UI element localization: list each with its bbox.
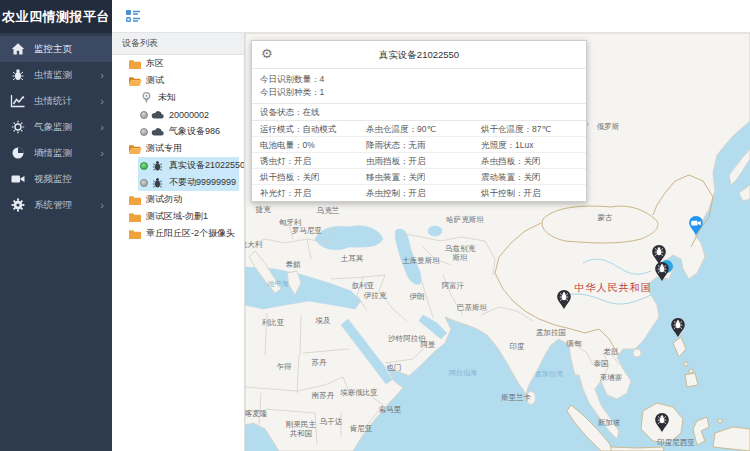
tree-device-item[interactable]: 真实设备21022550 [138,157,239,174]
tree-toggle-icon[interactable] [125,8,141,24]
sidebar-item-gear[interactable]: 系统管理› [0,192,112,218]
popup-grid-row: 诱虫灯：开启虫雨挡板：开启杀虫挡板：关闭 [252,153,586,169]
status-dot-offline [140,128,148,136]
folder-icon [128,193,143,207]
status-dot-online [140,162,148,170]
device-bug-icon [151,159,166,173]
folder-open-icon [128,142,143,156]
main-area: 设备列表 东区测试未知20000002气象设备986测试专用真实设备210225… [112,0,750,451]
popup-field: 烘干控制：开启 [481,185,586,201]
tree-folder-item[interactable]: 测试 [112,72,244,89]
tree-label: 东区 [146,57,164,70]
folder-icon [128,57,143,71]
sidebar-item-home[interactable]: 监控主页 [0,36,112,62]
tree-label: 真实设备21022550 [169,159,245,172]
sun-icon [10,119,26,135]
chevron-right-icon: › [100,96,104,107]
sidebar-item-video[interactable]: 视频监控 [0,166,112,192]
map-view[interactable]: 俄罗斯蒙古中华人民共和国哈萨克斯坦乌克兰捷克匈牙利罗马尼亚意大利希腊土耳其地中海… [245,33,750,451]
popup-field: 杀虫仓温度：90℃ [366,121,481,137]
tree-label: 气象设备986 [169,125,220,138]
tree-label: 测试勿动 [146,193,182,206]
sidebar-item-sun[interactable]: 气象监测› [0,114,112,140]
sidebar-item-label: 系统管理 [34,199,100,212]
device-marker-insect[interactable] [654,412,670,433]
popup-field: 降雨状态：无雨 [366,137,481,153]
popup-grid-row: 补光灯：开启杀虫控制：开启烘干控制：开启 [252,185,586,201]
tree-device-item[interactable]: 气象设备986 [138,123,239,140]
tree-folder-item[interactable]: 测试专用 [112,140,244,157]
popup-title: 真实设备21022550 [252,41,586,69]
popup-field: 虫雨挡板：开启 [366,153,481,169]
tree-device-item[interactable]: 未知 [138,89,239,106]
tree-device-item[interactable]: 20000002 [138,106,239,123]
tree-label: 20000002 [169,110,209,120]
content: 设备列表 东区测试未知20000002气象设备986测试专用真实设备210225… [112,33,750,451]
app-title: 农业四情测报平台 [0,0,112,33]
sidebar-item-chart[interactable]: 虫情统计› [0,88,112,114]
device-location-icon [140,91,155,105]
tree-folder-item[interactable]: 东区 [112,55,244,72]
home-icon [10,41,26,57]
popup-field: 杀虫挡板：关闭 [481,153,586,169]
popup-field: 移虫装置：关闭 [366,169,481,185]
device-marker-camera[interactable] [688,215,704,236]
popup-grid: 运行模式：自动模式杀虫仓温度：90℃烘干仓温度：87℃电池电量：0%降雨状态：无… [252,121,586,201]
device-marker-insect[interactable] [556,289,572,310]
device-marker-insect[interactable] [654,261,670,282]
popup-stat: 今日识别种类：1 [260,86,586,99]
sidebar-item-label: 视频监控 [34,173,104,186]
device-weather-icon [151,108,166,122]
popup-field: 电池电量：0% [260,137,366,153]
sidebar-item-globe[interactable]: 墒情监测› [0,140,112,166]
popup-grid-row: 电池电量：0%降雨状态：无雨光照度：1Lux [252,137,586,153]
popup-header: ⚙ 真实设备21022550 [252,41,586,69]
device-list-panel: 设备列表 东区测试未知20000002气象设备986测试专用真实设备210225… [112,33,245,451]
gear-icon [10,197,26,213]
folder-icon [128,227,143,241]
device-list-header: 设备列表 [112,33,244,55]
device-info-popup: ⚙ 真实设备21022550 今日识别数量：4今日识别种类：1 设备状态：在线 … [251,40,587,202]
popup-field: 光照度：1Lux [481,137,586,153]
sidebar-item-label: 虫情监测 [34,69,100,82]
tree-folder-item[interactable]: 章丘阳丘区-2个摄像头 [112,225,244,242]
folder-icon [128,210,143,224]
chevron-right-icon: › [100,70,104,81]
chevron-right-icon: › [100,148,104,159]
popup-grid-row: 运行模式：自动模式杀虫仓温度：90℃烘干仓温度：87℃ [252,121,586,137]
chevron-right-icon: › [100,200,104,211]
popup-field: 补光灯：开启 [260,185,366,201]
popup-field: 震动装置：关闭 [481,169,586,185]
tree-folder-item[interactable]: 测试勿动 [112,191,244,208]
popup-field: 诱虫灯：开启 [260,153,366,169]
app-root: 农业四情测报平台 监控主页虫情监测›虫情统计›气象监测›墒情监测›视频监控系统管… [0,0,750,451]
device-tree: 东区测试未知20000002气象设备986测试专用真实设备21022550不要动… [112,55,244,242]
tree-label: 测试专用 [146,142,182,155]
sidebar-menu: 监控主页虫情监测›虫情统计›气象监测›墒情监测›视频监控系统管理› [0,33,112,218]
sidebar-item-label: 气象监测 [34,121,100,134]
tree-device-item[interactable]: 不要动99999999 [138,174,239,191]
status-dot-offline [140,179,148,187]
device-marker-insect[interactable] [670,317,686,338]
tree-label: 测试 [146,74,164,87]
sidebar-item-label: 虫情统计 [34,95,100,108]
topbar [112,0,750,33]
device-status-row: 设备状态：在线 [252,104,586,121]
popup-field: 烘干仓温度：87℃ [481,121,586,137]
bug-icon [10,67,26,83]
folder-open-icon [128,74,143,88]
popup-grid-row: 烘干挡板：关闭移虫装置：关闭震动装置：关闭 [252,169,586,185]
video-icon [10,171,26,187]
tree-folder-item[interactable]: 测试区域-勿删1 [112,208,244,225]
sidebar-item-bug[interactable]: 虫情监测› [0,62,112,88]
sidebar: 农业四情测报平台 监控主页虫情监测›虫情统计›气象监测›墒情监测›视频监控系统管… [0,0,112,451]
sidebar-item-label: 墒情监测 [34,147,100,160]
tree-label: 章丘阳丘区-2个摄像头 [146,227,235,240]
popup-stat: 今日识别数量：4 [260,73,586,86]
popup-field: 烘干挡板：关闭 [260,169,366,185]
sidebar-item-label: 监控主页 [34,43,104,56]
device-weather-icon [151,125,166,139]
popup-stats: 今日识别数量：4今日识别种类：1 [252,69,586,104]
tree-label: 未知 [158,91,176,104]
status-dot-offline [140,111,148,119]
